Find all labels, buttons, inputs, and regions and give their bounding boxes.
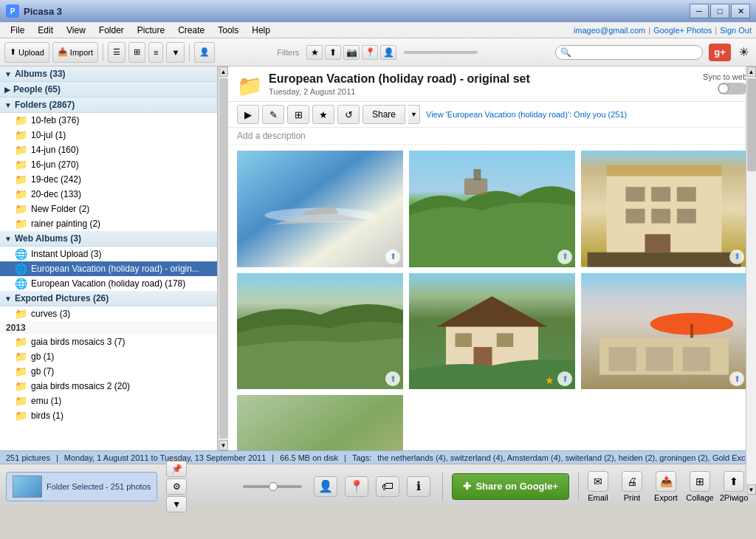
description-placeholder[interactable]: Add a description	[237, 131, 306, 141]
photo-cell[interactable]	[237, 395, 403, 450]
photo-cell[interactable]: ⬆	[237, 151, 403, 267]
sidebar-item-newfolder[interactable]: 📁 New Folder (2)	[0, 202, 217, 216]
sidebar-item-instant-upload[interactable]: 🌐 Instant Upload (3)	[0, 247, 217, 261]
filter-face[interactable]: 👤	[380, 45, 396, 60]
play-slideshow-button[interactable]: ▶	[237, 105, 259, 124]
sidebar-scrollbar[interactable]: ▲ ▼	[218, 66, 228, 450]
view-album-link[interactable]: View 'European Vacation (holiday road)':…	[426, 110, 627, 119]
view-list-button[interactable]: ☰	[108, 42, 126, 63]
share-gplus-label: Share on Google+	[475, 481, 558, 492]
sidebar-item-rainerpainting[interactable]: 📁 rainer painting (2)	[0, 216, 217, 231]
sidebar-item-16jun[interactable]: 📁 16-jun (270)	[0, 157, 217, 172]
menu-help[interactable]: Help	[246, 24, 276, 37]
folder-label: emu (1)	[31, 396, 61, 406]
maximize-button[interactable]: □	[710, 4, 729, 18]
sidebar-item-gb1[interactable]: 📁 gb (1)	[0, 349, 217, 364]
sidebar-section-albums[interactable]: ▼ Albums (33)	[0, 66, 217, 82]
sync-toggle[interactable]	[718, 83, 747, 95]
view-grid-button[interactable]: ⊞	[128, 42, 145, 63]
export-button[interactable]: 📤 Export	[650, 471, 682, 502]
scrollbar-down-button[interactable]: ▼	[219, 440, 228, 450]
filter-upload[interactable]: ⬆	[325, 45, 341, 60]
sidebar-item-birds[interactable]: 📁 birds (1)	[0, 408, 217, 423]
settings-button[interactable]: ⚙	[166, 478, 187, 495]
web-album-label: Instant Upload (3)	[31, 249, 101, 259]
sidebar-item-gaia2[interactable]: 📁 gaia birds mosaics 2 (20)	[0, 379, 217, 394]
menu-tools[interactable]: Tools	[212, 24, 244, 37]
menu-picture[interactable]: Picture	[131, 24, 171, 37]
folder-icon: 📁	[15, 308, 27, 320]
photo-cell[interactable]: ⬆	[581, 151, 747, 267]
scrollbar-up-button[interactable]: ▲	[219, 66, 228, 77]
app-title: Picasa 3	[24, 6, 62, 17]
filter-camera[interactable]: 📷	[343, 45, 360, 60]
upload-badge: ⬆	[385, 371, 400, 386]
menu-create[interactable]: Create	[172, 24, 210, 37]
pin-button[interactable]: 📌	[166, 461, 187, 477]
print-button[interactable]: 🖨 Print	[616, 471, 648, 502]
search-input[interactable]	[574, 48, 693, 57]
sidebar-item-curves[interactable]: 📁 curves (3)	[0, 306, 217, 321]
sort-button[interactable]: ≡	[148, 42, 163, 63]
photo-cell[interactable]: ⬆	[581, 273, 747, 390]
photo-cell[interactable]: ⬆	[409, 151, 575, 267]
photo-thumbnail	[237, 151, 403, 267]
face-tag-button[interactable]: 👤	[194, 42, 215, 63]
sidebar-item-european-vacation-original[interactable]: 🌐 European Vacation (holiday road) - ori…	[0, 261, 217, 276]
filter-geo[interactable]: 📍	[362, 45, 378, 60]
sidebar-item-14jun[interactable]: 📁 14-jun (160)	[0, 143, 217, 157]
content-scrollbar-thumb[interactable]	[747, 78, 756, 171]
menu-folder[interactable]: Folder	[93, 24, 130, 37]
filter-star[interactable]: ★	[306, 45, 323, 60]
view-options-button[interactable]: ▼	[166, 42, 185, 63]
sidebar-item-20dec[interactable]: 📁 20-dec (133)	[0, 187, 217, 202]
upload-button[interactable]: ⬆ Upload	[4, 42, 49, 63]
menu-file[interactable]: File	[4, 24, 30, 37]
star-button[interactable]: ★	[312, 105, 334, 124]
people-filter-btn[interactable]: 👤	[311, 471, 340, 502]
edit-photo-button[interactable]: ✎	[262, 105, 284, 124]
menu-view[interactable]: View	[61, 24, 92, 37]
gplus-signin-button[interactable]: g+	[709, 44, 731, 61]
sign-out-link[interactable]: Sign Out	[720, 26, 752, 35]
import-button[interactable]: 📥 Import	[52, 42, 98, 63]
sidebar-item-gaia3[interactable]: 📁 gaia birds mosaics 3 (7)	[0, 334, 217, 349]
sidebar-item-european-vacation[interactable]: 🌐 European Vacation (holiday road) (178)	[0, 276, 217, 291]
sidebar-item-10jul[interactable]: 📁 10-jul (1)	[0, 128, 217, 143]
piwigo-label: 2Piwigo	[720, 493, 749, 502]
sidebar-item-emu[interactable]: 📁 emu (1)	[0, 394, 217, 408]
sidebar-section-people[interactable]: ▶ People (65)	[0, 82, 217, 97]
geo-filter-btn[interactable]: 📍	[342, 471, 371, 502]
sidebar-item-10feb[interactable]: 📁 10-feb (376)	[0, 113, 217, 128]
scrubber-handle[interactable]	[269, 482, 278, 491]
rotate-button[interactable]: ↺	[337, 105, 360, 124]
share-gplus-button[interactable]: ✚ Share on Google+	[452, 473, 569, 500]
filter-slider[interactable]	[404, 51, 478, 54]
share-dropdown-button[interactable]: ▼	[408, 105, 420, 124]
scrollbar-thumb[interactable]	[219, 78, 228, 439]
email-button[interactable]: ✉ Email	[582, 471, 614, 502]
menu-edit[interactable]: Edit	[32, 24, 59, 37]
tag-filter-btn[interactable]: 🏷	[373, 471, 402, 502]
content-scrollbar-up[interactable]: ▲	[747, 66, 756, 77]
collage-button[interactable]: ⊞	[287, 105, 309, 124]
google-plus-link[interactable]: Google+ Photos	[653, 26, 712, 35]
share-button[interactable]: Share	[362, 105, 405, 124]
photo-cell[interactable]: ⬆	[237, 273, 403, 390]
svg-rect-10	[677, 187, 696, 202]
collage-button[interactable]: ⊞ Collage	[684, 471, 716, 502]
info-filter-btn[interactable]: ℹ	[404, 471, 433, 502]
timeline-scrubber[interactable]	[243, 485, 302, 488]
sidebar-item-gb7[interactable]: 📁 gb (7)	[0, 364, 217, 379]
sidebar-item-19dec[interactable]: 📁 19-dec (242)	[0, 172, 217, 187]
sidebar-section-folders[interactable]: ▼ Folders (2867)	[0, 97, 217, 113]
content-scrollbar[interactable]: ▲ ▼	[746, 66, 756, 450]
minimize-button[interactable]: ─	[690, 4, 709, 18]
mini-btn-group: 📌 ⚙ ▼	[166, 461, 187, 512]
folder-icon: 📁	[15, 129, 27, 141]
more-button[interactable]: ▼	[166, 496, 187, 512]
sidebar-section-exported[interactable]: ▼ Exported Pictures (26)	[0, 291, 217, 306]
sidebar-section-webalbums[interactable]: ▼ Web Albums (3)	[0, 231, 217, 247]
close-button[interactable]: ✕	[731, 4, 750, 18]
photo-cell[interactable]: ⬆ ★	[409, 273, 575, 390]
